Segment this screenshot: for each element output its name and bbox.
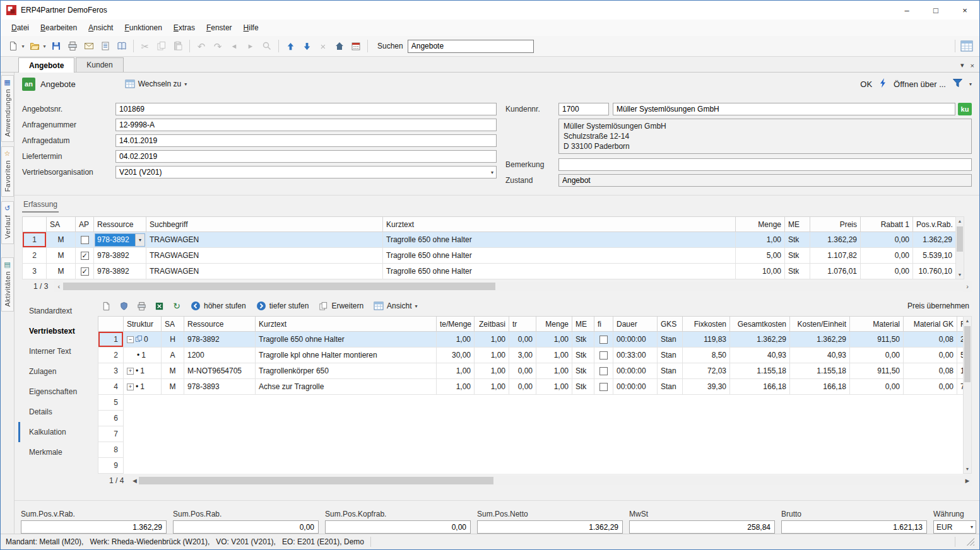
cell[interactable]: 10,00: [736, 264, 785, 279]
cell[interactable]: Stk: [785, 232, 810, 248]
cell[interactable]: 1,00: [736, 232, 785, 248]
cell[interactable]: 0,00: [861, 248, 913, 264]
collapse-icon[interactable]: −: [127, 336, 134, 343]
cell[interactable]: 1: [957, 363, 964, 379]
cell[interactable]: M: [47, 264, 76, 279]
wechseln-zu-button[interactable]: Wechseln zu ▾: [121, 78, 191, 90]
column-header[interactable]: te/Menge: [437, 317, 475, 332]
ap-checkbox[interactable]: ✓: [81, 267, 89, 276]
row-number[interactable]: 3: [23, 264, 47, 279]
open-folder-icon[interactable]: [27, 38, 42, 54]
cell[interactable]: 5.539,10: [913, 248, 956, 264]
tab-interner-text[interactable]: Interner Text: [18, 341, 98, 361]
chevron-down-icon[interactable]: ▾: [42, 44, 47, 49]
column-header[interactable]: ME: [785, 217, 810, 232]
cell[interactable]: 978-3893: [184, 379, 256, 395]
row-number[interactable]: 5: [98, 395, 124, 411]
shield-icon[interactable]: [116, 298, 131, 313]
tab-kunden[interactable]: Kunden: [76, 57, 123, 72]
table-row[interactable]: 3 +•1 M M-NOT9654705 Tragrollenkörper 65…: [98, 363, 964, 379]
cell-struktur[interactable]: •1: [124, 348, 162, 363]
cell[interactable]: 5: [957, 348, 964, 363]
cut-icon[interactable]: ✂: [138, 38, 153, 54]
expand-icon[interactable]: +: [127, 383, 134, 390]
cell[interactable]: 0,00: [509, 363, 536, 379]
cell[interactable]: 10.760,10: [913, 264, 956, 279]
cell[interactable]: 40,93: [730, 348, 790, 363]
cell-struktur[interactable]: +•1: [124, 379, 162, 395]
cell[interactable]: Tragrolle kpl ohne Halter montieren: [256, 348, 437, 363]
cell[interactable]: 1,00: [475, 348, 509, 363]
column-header[interactable]: Zeitbasi: [475, 317, 509, 332]
print-icon[interactable]: [65, 38, 80, 54]
menu-item-bearbeiten[interactable]: Bearbeiten: [35, 21, 83, 35]
column-header-rownum[interactable]: [23, 217, 47, 232]
cell[interactable]: 911,50: [850, 363, 904, 379]
email-icon[interactable]: [81, 38, 97, 54]
cell[interactable]: 0,00: [509, 332, 536, 348]
copy-icon[interactable]: [154, 38, 169, 54]
cell[interactable]: 978-3892: [94, 264, 146, 279]
table-row-empty[interactable]: 7: [98, 426, 964, 442]
fi-checkbox[interactable]: [599, 336, 608, 344]
scroll-right-icon[interactable]: ›: [963, 281, 972, 292]
erweitern-button[interactable]: Erweitern: [314, 300, 368, 313]
column-header[interactable]: Preis: [810, 217, 861, 232]
search-icon[interactable]: [259, 38, 275, 54]
cell[interactable]: M: [47, 248, 76, 264]
bemerkung-field[interactable]: [558, 158, 972, 171]
print-icon[interactable]: [134, 298, 149, 313]
scrollbar-thumb[interactable]: [63, 283, 495, 290]
cell[interactable]: 911,50: [850, 332, 904, 348]
column-header[interactable]: tr: [509, 317, 536, 332]
table-row[interactable]: 1 −0 H 978-3892 Tragrolle 650 ohne Halte…: [98, 332, 964, 348]
cell[interactable]: 0,00: [850, 379, 904, 395]
table-row-empty[interactable]: 8: [98, 442, 964, 458]
cell[interactable]: 1,00: [536, 363, 572, 379]
cell[interactable]: 0,00: [861, 232, 913, 248]
cell[interactable]: 1,00: [475, 363, 509, 379]
vertical-scrollbar[interactable]: ▲ ▼: [963, 316, 972, 474]
sidebar-item-aktivitaeten[interactable]: ▤ Aktivitäten: [1, 257, 14, 312]
scroll-down-icon[interactable]: ▼: [958, 271, 962, 279]
search-input[interactable]: [408, 40, 534, 53]
expand-icon[interactable]: +: [127, 368, 134, 375]
cell[interactable]: 1.362,29: [913, 232, 956, 248]
column-header[interactable]: Suchbegriff: [146, 217, 383, 232]
cell[interactable]: 1.155,18: [730, 363, 790, 379]
cell-struktur[interactable]: −0: [124, 332, 162, 348]
cell[interactable]: M: [47, 232, 76, 248]
cell[interactable]: 2: [957, 332, 964, 348]
cell[interactable]: 1,00: [536, 348, 572, 363]
home-icon[interactable]: [332, 38, 347, 54]
cell[interactable]: Stk: [572, 363, 594, 379]
new-row-icon[interactable]: [98, 298, 114, 313]
cell[interactable]: H: [162, 332, 184, 348]
cell[interactable]: Stk: [785, 264, 810, 279]
notes-icon[interactable]: [98, 38, 113, 54]
column-header[interactable]: Gesamtkosten: [730, 317, 790, 332]
cell[interactable]: 3,00: [509, 348, 536, 363]
cell[interactable]: 1.362,29: [790, 332, 850, 348]
maximize-button[interactable]: □: [921, 1, 950, 20]
cell[interactable]: 1.076,01: [810, 264, 861, 279]
tab-eigenschaften[interactable]: Eigenschaften: [18, 382, 98, 402]
cell[interactable]: Stan: [658, 379, 683, 395]
refresh-icon[interactable]: ↻: [169, 298, 184, 313]
cell[interactable]: 72,03: [683, 363, 730, 379]
tab-zulagen[interactable]: Zulagen: [18, 361, 98, 382]
resize-grip-icon[interactable]: [967, 538, 974, 546]
table-row[interactable]: 2 M ✓ 978-3892 TRAGWAGEN Tragrolle 650 o…: [23, 248, 956, 264]
tab-kalkulation[interactable]: Kalkulation: [18, 422, 98, 442]
calendar-icon[interactable]: [348, 38, 363, 54]
fi-checkbox[interactable]: [599, 351, 608, 360]
cell[interactable]: ✓: [76, 248, 94, 264]
cell[interactable]: 1.107,82: [810, 248, 861, 264]
column-header[interactable]: Menge: [736, 217, 785, 232]
cell[interactable]: Stk: [572, 348, 594, 363]
row-number[interactable]: 1: [98, 332, 124, 348]
cell[interactable]: 0,08: [904, 363, 957, 379]
paste-icon[interactable]: [170, 38, 186, 54]
table-row[interactable]: 1 M 978-3892 ▾ TRAGWA: [23, 232, 956, 248]
cell[interactable]: 00:00:00: [613, 379, 658, 395]
